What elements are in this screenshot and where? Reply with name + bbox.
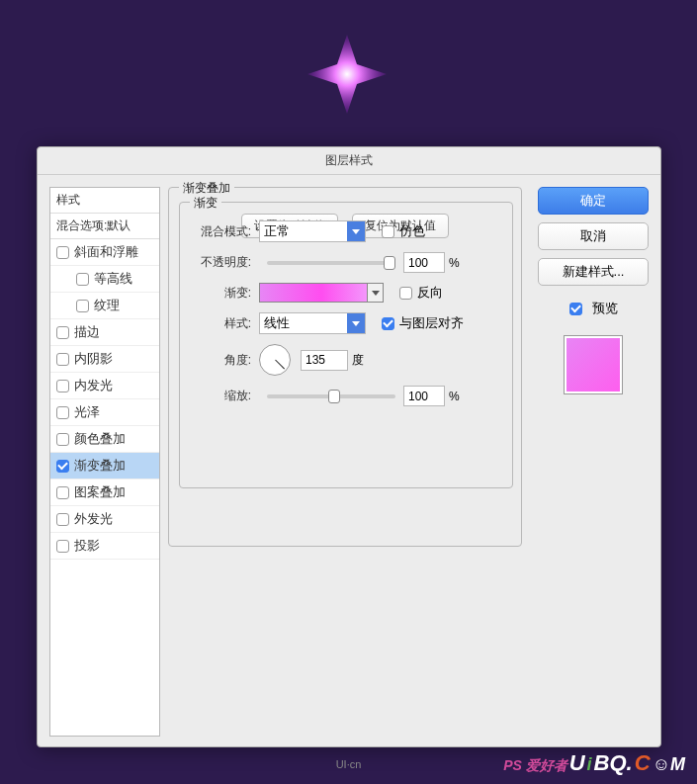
style-label: 外发光 [74,510,113,528]
scale-slider[interactable] [267,394,395,398]
style-select[interactable]: 线性 [259,312,366,334]
checkbox-icon[interactable] [56,433,69,446]
style-label: 光泽 [74,403,100,421]
style-bevel[interactable]: 斜面和浮雕 [50,239,159,266]
style-color-overlay[interactable]: 颜色叠加 [50,426,159,453]
styles-sidebar: 样式 混合选项:默认 斜面和浮雕 等高线 纹理 描边 内阴影 内发光 光泽 颜色… [49,187,160,737]
chevron-down-icon[interactable] [367,284,383,302]
opacity-slider[interactable] [267,261,395,265]
checkbox-icon[interactable] [56,513,69,526]
reverse-checkbox[interactable] [399,287,412,300]
chevron-down-icon [347,221,365,241]
scale-label: 缩放: [192,388,251,404]
style-outer-glow[interactable]: 外发光 [50,506,159,533]
dialog-title: 图层样式 [38,147,660,175]
style-inner-glow[interactable]: 内发光 [50,373,159,399]
ok-button[interactable]: 确定 [538,187,649,215]
percent-label: % [449,256,460,270]
settings-panel: 渐变叠加 渐变 混合模式: 正常 仿色 不透明度: % [168,187,530,737]
style-satin[interactable]: 光泽 [50,399,159,426]
style-texture[interactable]: 纹理 [50,293,159,319]
sidebar-header[interactable]: 样式 [50,188,159,214]
opacity-input[interactable] [403,252,445,273]
slider-thumb[interactable] [328,390,340,403]
style-contour[interactable]: 等高线 [50,266,159,293]
checkbox-icon[interactable] [56,380,69,392]
checkbox-icon[interactable] [56,246,69,259]
layer-style-dialog: 图层样式 样式 混合选项:默认 斜面和浮雕 等高线 纹理 描边 内阴影 内发光 … [37,146,661,747]
right-buttons: 确定 取消 新建样式... 预览 [538,187,649,737]
checkbox-icon[interactable] [76,300,89,312]
style-label: 样式: [192,315,251,332]
angle-dial[interactable] [259,344,291,376]
new-style-button[interactable]: 新建样式... [538,258,649,286]
checkbox-icon[interactable] [76,273,89,286]
style-value: 线性 [264,314,290,332]
blend-mode-label: 混合模式: [192,223,251,240]
style-stroke[interactable]: 描边 [50,319,159,346]
style-label: 斜面和浮雕 [74,243,138,261]
chevron-down-icon [347,313,365,333]
sub-title: 渐变 [190,195,221,212]
angle-input[interactable] [301,350,348,371]
style-label: 内阴影 [74,350,113,368]
style-label: 投影 [74,537,100,555]
style-label: 内发光 [74,377,113,394]
gradient-picker[interactable] [259,283,384,303]
style-inner-shadow[interactable]: 内阴影 [50,346,159,373]
preview-row: 预览 [569,300,618,317]
percent-label: % [449,390,460,403]
watermark: PS 爱好者 U i BQ. C ☺M [503,750,685,776]
style-label: 等高线 [94,270,132,288]
style-label: 渐变叠加 [74,457,126,475]
blend-options-default[interactable]: 混合选项:默认 [50,214,159,239]
gradient-label: 渐变: [192,285,251,302]
preview-swatch [564,335,623,394]
style-label: 纹理 [94,297,120,314]
opacity-label: 不透明度: [192,254,251,271]
align-label: 与图层对齐 [399,314,464,332]
style-drop-shadow[interactable]: 投影 [50,533,159,560]
reverse-label: 反向 [417,284,443,302]
checkbox-icon[interactable] [56,486,69,499]
style-label: 颜色叠加 [74,430,126,448]
preview-label: 预览 [592,300,618,317]
preview-checkbox[interactable] [569,303,582,315]
style-label: 图案叠加 [74,483,126,501]
align-checkbox[interactable] [382,317,394,330]
scale-input[interactable] [403,386,445,406]
star-sparkle [303,30,392,119]
checkbox-icon[interactable] [56,353,69,366]
checkbox-icon[interactable] [56,540,69,553]
dither-label: 仿色 [399,222,425,240]
checkbox-icon[interactable] [56,406,69,419]
slider-thumb[interactable] [384,256,395,270]
blend-mode-select[interactable]: 正常 [259,220,366,242]
blend-mode-value: 正常 [264,222,290,240]
style-label: 描边 [74,323,100,341]
footer-logo: UI·cn [336,758,362,770]
style-pattern-overlay[interactable]: 图案叠加 [50,479,159,506]
angle-label: 角度: [192,352,251,369]
angle-unit: 度 [352,352,364,369]
checkbox-icon[interactable] [56,460,69,473]
dither-checkbox[interactable] [382,225,394,238]
style-gradient-overlay[interactable]: 渐变叠加 [50,453,159,479]
cancel-button[interactable]: 取消 [538,222,649,250]
checkbox-icon[interactable] [56,326,69,339]
